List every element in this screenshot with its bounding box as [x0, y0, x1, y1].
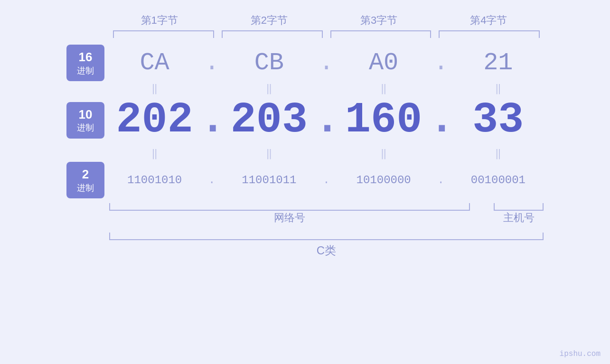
eq-7: ‖ [338, 147, 429, 160]
dec-b3: 160 [338, 96, 429, 144]
bracket-top-3 [330, 30, 432, 38]
hex-b1: CA [109, 49, 200, 77]
main-container: 第1字节 第2字节 第3字节 第4字节 16 进制 CA . CB [0, 0, 610, 364]
eq-dot-1 [200, 82, 224, 95]
equals-row-1: ‖ ‖ ‖ ‖ [66, 82, 544, 95]
net-host-label-row: 网络号 主机号 [66, 211, 544, 225]
eq-5: ‖ [109, 147, 200, 160]
hex-b4: 21 [453, 49, 544, 77]
bin-label: 2 进制 [66, 162, 104, 198]
class-label-row: C类 [66, 243, 544, 258]
eq-8: ‖ [453, 147, 544, 160]
bin-b1: 11001010 [109, 174, 200, 187]
bin-dot-2: . [315, 174, 338, 187]
watermark: ipshu.com [560, 350, 601, 358]
equals-row-2: ‖ ‖ ‖ ‖ [66, 147, 544, 160]
host-label: 主机号 [494, 211, 544, 225]
bin-b2: 11001011 [224, 174, 314, 187]
dec-dot-1: . [200, 96, 224, 144]
eq-dot-2 [315, 82, 338, 95]
dec-b4: 33 [453, 96, 544, 144]
top-brackets [66, 30, 544, 38]
bin-b4: 00100001 [453, 174, 544, 187]
bin-b3: 10100000 [338, 174, 429, 187]
col-header-4: 第4字节 [434, 13, 544, 28]
class-bracket-row [66, 233, 544, 240]
eq-dot-6 [429, 147, 453, 160]
net-host-spacer [66, 211, 109, 225]
eq-dot-4 [200, 147, 224, 160]
bin-dot-1: . [200, 174, 224, 187]
bin-label-area: 2 进制 [66, 162, 109, 198]
hex-dot-1: . [200, 49, 224, 77]
bottom-brackets-row [66, 203, 544, 211]
network-bracket-area [109, 203, 470, 211]
eq-area-1: ‖ ‖ ‖ ‖ [109, 82, 544, 95]
hex-row: 16 进制 CA . CB . A0 . 21 [66, 45, 544, 81]
eq-4: ‖ [453, 82, 544, 95]
hex-b2: CB [224, 49, 314, 77]
hex-label-area: 16 进制 [66, 45, 109, 81]
dec-label-area: 10 进制 [66, 102, 109, 139]
eq-dot-3 [429, 82, 453, 95]
hex-b3: A0 [338, 49, 429, 77]
net-host-dot-gap [470, 211, 494, 225]
bracket-top-4 [439, 30, 540, 38]
dec-b1: 202 [109, 96, 200, 144]
class-label: C类 [317, 243, 336, 258]
eq-3: ‖ [338, 82, 429, 95]
eq-1: ‖ [109, 82, 200, 95]
hex-label: 16 进制 [66, 45, 104, 81]
network-bracket-line [109, 203, 470, 211]
eq-2: ‖ [224, 82, 314, 95]
host-bracket [494, 203, 544, 211]
dec-dot-2: . [315, 96, 338, 144]
dec-values: 202 . 203 . 160 . 33 [109, 96, 544, 144]
hex-dot-2: . [315, 49, 338, 77]
bin-row: 2 进制 11001010 . 11001011 . 10100000 . [66, 162, 544, 198]
hex-values: CA . CB . A0 . 21 [109, 49, 544, 77]
bin-values: 11001010 . 11001011 . 10100000 . 0010000… [109, 174, 544, 187]
eq-dot-5 [315, 147, 338, 160]
bin-dot-3: . [429, 174, 453, 187]
col-header-2: 第2字节 [214, 13, 324, 28]
eq-6: ‖ [224, 147, 314, 160]
dec-label: 10 进制 [66, 102, 104, 139]
hex-dot-3: . [429, 49, 453, 77]
dec-row: 10 进制 202 . 203 . 160 . 33 [66, 96, 544, 144]
eq-area-2: ‖ ‖ ‖ ‖ [109, 147, 544, 160]
col-header-1: 第1字节 [104, 13, 214, 28]
bracket-top-1 [113, 30, 214, 38]
class-bracket [109, 233, 544, 240]
col-header-3: 第3字节 [324, 13, 434, 28]
class-spacer [66, 233, 109, 240]
host-bracket-area [494, 203, 544, 211]
column-headers: 第1字节 第2字节 第3字节 第4字节 [66, 0, 544, 28]
bracket-top-2 [222, 30, 323, 38]
network-bracket [109, 203, 470, 211]
dec-b2: 203 [224, 96, 314, 144]
dec-dot-3: . [429, 96, 453, 144]
network-label: 网络号 [109, 211, 470, 225]
